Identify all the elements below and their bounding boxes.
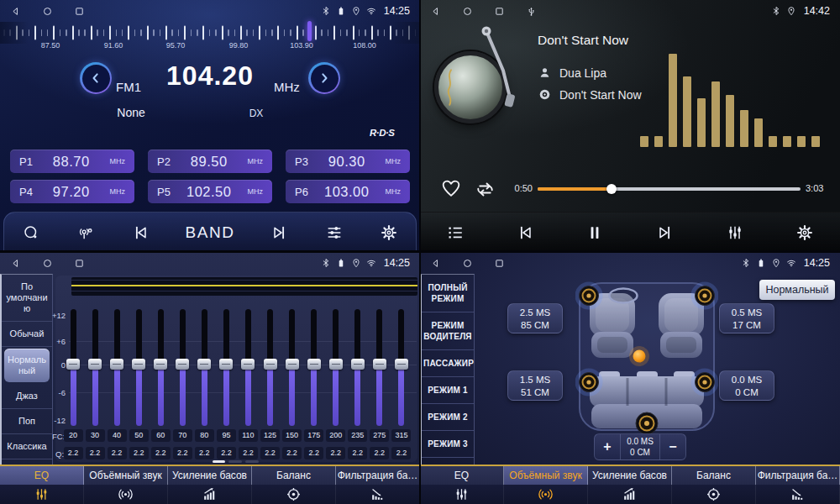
next-track-button[interactable] — [656, 223, 675, 242]
tab-filter[interactable]: Фильтрация ба… — [756, 466, 840, 485]
search-button[interactable] — [22, 223, 40, 242]
eq-band-thumb-5[interactable] — [176, 359, 189, 370]
position-mode-item-2[interactable]: ПАССАЖИР — [422, 350, 474, 377]
chevron-left-icon — [87, 70, 104, 87]
eq-band-thumb-7[interactable] — [219, 359, 233, 370]
preset-p3[interactable]: P390.30MHz — [286, 150, 410, 173]
back-icon[interactable] — [430, 6, 441, 17]
usb-icon[interactable] — [526, 6, 537, 17]
delay-plus-button[interactable]: + — [595, 434, 620, 459]
delay-minus-button[interactable]: − — [660, 434, 685, 459]
tab-icon-cell-bass-boost[interactable] — [588, 485, 672, 504]
tab-icon-cell-eq[interactable] — [0, 485, 84, 504]
tab-surround-sound[interactable]: Объёмный звук — [84, 466, 168, 485]
previous-track-button[interactable] — [516, 223, 534, 242]
recents-icon[interactable] — [74, 258, 85, 269]
band-button[interactable]: BAND — [186, 223, 235, 242]
pause-button[interactable] — [585, 223, 604, 242]
seek-bar[interactable] — [538, 187, 801, 191]
auto-seek-button[interactable] — [76, 223, 95, 242]
home-icon[interactable] — [462, 6, 473, 17]
frequency-scale[interactable]: 87.5091.6095.7099.80103.90108.00 — [0, 22, 420, 52]
eq-band-thumb-0[interactable] — [66, 359, 80, 370]
preset-unit: MHz — [248, 187, 264, 196]
tab-bass-boost[interactable]: Усиление басов — [168, 466, 252, 485]
preset-p2[interactable]: P289.50MHz — [148, 150, 272, 173]
eq-band-thumb-1[interactable] — [88, 359, 102, 370]
back-icon[interactable] — [430, 258, 441, 269]
delay-ms: 0.0 MS — [720, 373, 774, 386]
tab-icon-cell-eq[interactable] — [420, 485, 504, 504]
eq-band-thumb-11[interactable] — [307, 359, 321, 370]
recents-icon[interactable] — [494, 258, 505, 269]
eq-band-thumb-14[interactable] — [373, 359, 386, 370]
mixer-vertical-icon — [454, 486, 470, 502]
seek-thumb[interactable] — [606, 184, 617, 194]
position-mode-item-4[interactable]: РЕЖИМ 2 — [422, 404, 474, 431]
tab-icon-cell-balance[interactable] — [672, 485, 756, 504]
tab-icon-cell-bass-boost[interactable] — [168, 485, 252, 504]
favorite-button[interactable] — [440, 177, 462, 199]
audio-mixer-button[interactable] — [325, 223, 344, 242]
position-mode-item-5[interactable]: РЕЖИМ 3 — [422, 431, 474, 458]
eq-band-thumb-10[interactable] — [286, 359, 299, 370]
recents-icon[interactable] — [74, 6, 85, 17]
home-icon[interactable] — [42, 6, 53, 17]
settings-button[interactable] — [795, 223, 814, 242]
tune-down-button[interactable] — [80, 62, 112, 94]
playlist-button[interactable] — [446, 223, 465, 242]
tab-icon-cell-filter[interactable] — [336, 485, 420, 504]
position-mode-item-3[interactable]: РЕЖИМ 1 — [422, 377, 474, 404]
delay-front-right[interactable]: 0.5 MS17 CM — [719, 303, 774, 333]
tab-eq[interactable]: EQ — [420, 466, 504, 485]
eq-preset-item-5[interactable]: Классика — [2, 434, 52, 459]
audio-mixer-button[interactable] — [726, 223, 744, 242]
sound-profile-button[interactable]: Нормальный — [759, 280, 835, 300]
recents-icon[interactable] — [494, 6, 505, 17]
delay-ms: 0.5 MS — [720, 306, 774, 319]
home-icon[interactable] — [462, 258, 473, 269]
preset-p6[interactable]: P6103.00MHz — [286, 180, 410, 203]
settings-button[interactable] — [380, 223, 398, 242]
tab-icon-cell-balance[interactable] — [252, 485, 336, 504]
eq-band-thumb-2[interactable] — [110, 359, 123, 370]
previous-station-button[interactable] — [131, 223, 150, 242]
repeat-button[interactable] — [474, 178, 496, 201]
next-station-button[interactable] — [270, 223, 289, 242]
eq-band-thumb-4[interactable] — [154, 359, 167, 370]
tab-surround-sound[interactable]: Объёмный звук — [504, 466, 588, 485]
wifi-icon — [366, 258, 376, 268]
delay-rear-right[interactable]: 0.0 MS0 CM — [719, 370, 774, 401]
tab-icon-cell-surround-sound[interactable] — [504, 485, 588, 504]
eq-band-thumb-8[interactable] — [241, 359, 255, 370]
eq-band-thumb-9[interactable] — [264, 359, 277, 370]
location-icon — [786, 6, 796, 16]
tab-bass-boost[interactable]: Усиление басов — [588, 466, 672, 485]
tab-filter[interactable]: Фильтрация ба… — [336, 466, 420, 485]
eq-band-thumb-6[interactable] — [197, 359, 211, 370]
tab-eq[interactable]: EQ — [0, 466, 84, 485]
tab-balance[interactable]: Баланс — [252, 466, 336, 485]
eq-band-thumb-3[interactable] — [132, 359, 145, 370]
preset-p1[interactable]: P188.70MHz — [10, 150, 134, 173]
wifi-icon — [366, 6, 376, 16]
sound-tabbar-right: EQОбъёмный звукУсиление басовБалансФильт… — [420, 465, 840, 504]
position-mode-item-1[interactable]: РЕЖИМ ВОДИТЕЛЯ — [422, 312, 474, 350]
delay-rear-left[interactable]: 1.5 MS51 CM — [507, 370, 563, 401]
home-icon[interactable] — [42, 258, 53, 269]
tab-balance[interactable]: Баланс — [672, 466, 756, 485]
back-icon[interactable] — [10, 258, 21, 269]
position-mode-item-0[interactable]: ПОЛНЫЙ РЕЖИМ — [422, 275, 474, 312]
tune-up-button[interactable] — [308, 62, 340, 94]
delay-front-left[interactable]: 2.5 MS85 CM — [507, 303, 563, 333]
eq-band-thumb-15[interactable] — [395, 359, 408, 370]
preset-p5[interactable]: P5102.50MHz — [148, 180, 272, 203]
back-icon[interactable] — [10, 6, 21, 17]
eq-band-thumb-13[interactable] — [351, 359, 365, 370]
visualizer-bar — [811, 136, 820, 147]
preset-frequency: 90.30 — [308, 154, 386, 170]
eq-band-thumb-12[interactable] — [329, 359, 343, 370]
tab-icon-cell-filter[interactable] — [756, 485, 840, 504]
preset-p4[interactable]: P497.20MHz — [10, 180, 134, 203]
tab-icon-cell-surround-sound[interactable] — [84, 485, 168, 504]
